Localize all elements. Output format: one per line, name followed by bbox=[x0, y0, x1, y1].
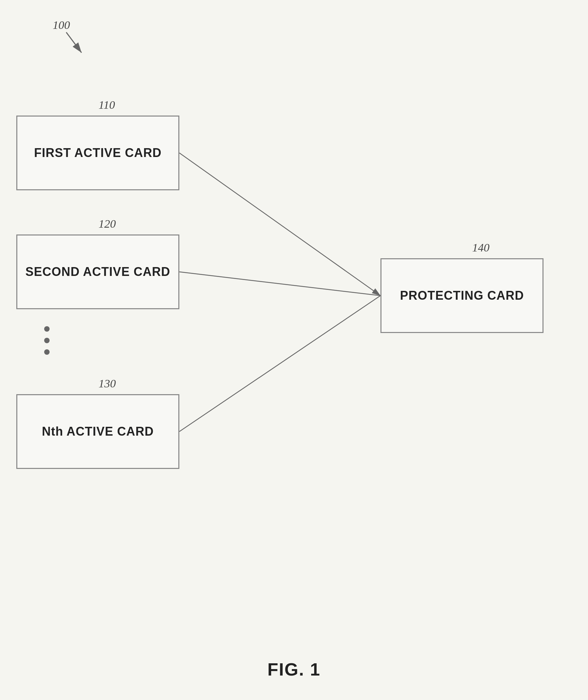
protecting-card: PROTECTING CARD bbox=[380, 258, 544, 333]
ref-110: 110 bbox=[99, 99, 115, 111]
nth-active-card-label: Nth ACTIVE CARD bbox=[42, 424, 154, 439]
second-active-card-label: SECOND ACTIVE CARD bbox=[25, 265, 171, 279]
ellipsis-dots bbox=[44, 326, 50, 355]
dot-1 bbox=[44, 326, 50, 332]
diagram-container: 100 FIRST ACTIVE CARD 110 SECOND ACTIVE … bbox=[0, 0, 588, 700]
figure-label: FIG. 1 bbox=[267, 659, 320, 680]
ref-140: 140 bbox=[472, 241, 489, 254]
svg-line-2 bbox=[66, 32, 82, 53]
protecting-card-label: PROTECTING CARD bbox=[400, 288, 524, 303]
nth-active-card: Nth ACTIVE CARD bbox=[16, 394, 179, 469]
svg-line-3 bbox=[179, 153, 380, 296]
ref-120: 120 bbox=[99, 217, 116, 230]
first-active-card: FIRST ACTIVE CARD bbox=[16, 116, 179, 190]
svg-line-4 bbox=[179, 272, 380, 296]
ref-100: 100 bbox=[53, 19, 70, 32]
dot-3 bbox=[44, 349, 50, 355]
dot-2 bbox=[44, 338, 50, 343]
second-active-card: SECOND ACTIVE CARD bbox=[16, 234, 179, 309]
first-active-card-label: FIRST ACTIVE CARD bbox=[34, 146, 162, 160]
svg-line-5 bbox=[179, 296, 380, 432]
main-ref-arrow bbox=[0, 0, 588, 700]
ref-130: 130 bbox=[99, 377, 116, 390]
